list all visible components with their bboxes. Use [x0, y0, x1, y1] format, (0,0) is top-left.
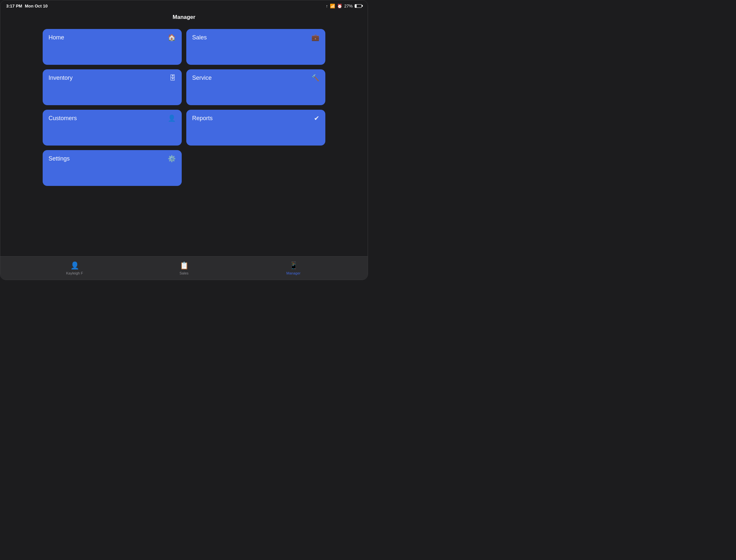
battery-icon: [355, 4, 362, 8]
home-icon: 🏠: [168, 34, 176, 41]
sales-icon: 💼: [311, 34, 319, 41]
reports-tile[interactable]: Reports ✔: [186, 110, 325, 146]
inventory-icon: 🗄: [169, 75, 176, 81]
sales-tile[interactable]: Sales 💼: [186, 29, 325, 65]
tab-manager[interactable]: 📱 Manager: [277, 261, 310, 275]
inventory-tile-label: Inventory: [49, 75, 73, 81]
nav-title-bar: Manager: [0, 11, 368, 24]
customers-icon: 👤: [168, 115, 176, 121]
customers-tile-label: Customers: [49, 115, 77, 122]
main-content: Home 🏠 Sales 💼 Inventory 🗄 Service 🔨: [0, 24, 368, 191]
service-icon: 🔨: [311, 75, 319, 81]
inventory-tile[interactable]: Inventory 🗄: [43, 69, 182, 105]
settings-tile-label: Settings: [49, 155, 70, 162]
tab-sales-icon: 📋: [180, 261, 189, 270]
page-title: Manager: [173, 14, 195, 20]
alarm-icon: ⏰: [337, 4, 342, 8]
settings-tile[interactable]: Settings ⚙️: [43, 150, 182, 186]
tab-sales[interactable]: 📋 Sales: [168, 261, 200, 275]
tab-user-icon: 👤: [70, 261, 79, 270]
tab-sales-label: Sales: [179, 271, 189, 275]
tab-manager-label: Manager: [286, 271, 300, 275]
wifi-icon: 📶: [330, 4, 335, 8]
location-icon: ↑: [326, 4, 328, 8]
tab-manager-icon: 📱: [289, 261, 298, 270]
reports-icon: ✔: [314, 115, 319, 121]
tab-user-label: Kayleigh F: [66, 271, 83, 275]
settings-icon: ⚙️: [168, 155, 176, 162]
battery-percent: 27%: [344, 4, 353, 8]
tab-user[interactable]: 👤 Kayleigh F: [58, 261, 91, 275]
customers-tile[interactable]: Customers 👤: [43, 110, 182, 146]
status-time: 3:17 PM: [6, 4, 22, 8]
home-tile-label: Home: [49, 34, 64, 41]
menu-grid: Home 🏠 Sales 💼 Inventory 🗄 Service 🔨: [43, 29, 325, 186]
status-bar: 3:17 PM Mon Oct 10 ↑ 📶 ⏰ 27%: [0, 0, 368, 11]
sales-tile-label: Sales: [192, 34, 207, 41]
status-icons: ↑ 📶 ⏰ 27%: [326, 4, 362, 8]
service-tile[interactable]: Service 🔨: [186, 69, 325, 105]
home-tile[interactable]: Home 🏠: [43, 29, 182, 65]
reports-tile-label: Reports: [192, 115, 213, 122]
service-tile-label: Service: [192, 75, 212, 81]
tab-bar: 👤 Kayleigh F 📋 Sales 📱 Manager: [0, 256, 368, 280]
status-date: Mon Oct 10: [25, 4, 48, 8]
status-time-date: 3:17 PM Mon Oct 10: [6, 4, 48, 8]
